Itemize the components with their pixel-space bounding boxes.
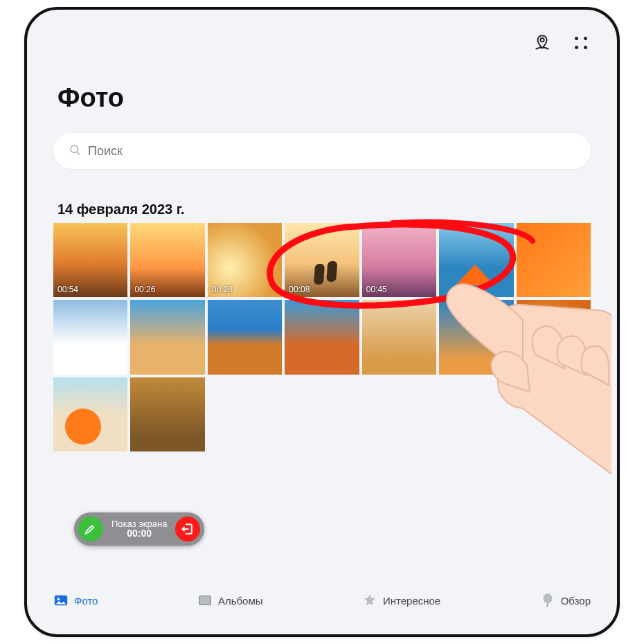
photo-tile[interactable] xyxy=(362,300,436,374)
albums-icon xyxy=(197,593,213,608)
search-input[interactable] xyxy=(88,144,575,159)
photo-tile[interactable] xyxy=(439,300,513,374)
video-duration: 00:54 xyxy=(57,285,78,294)
photo-tile[interactable] xyxy=(208,300,282,374)
map-pin-icon[interactable] xyxy=(531,32,553,54)
page-title: Фото xyxy=(57,83,124,113)
svg-rect-4 xyxy=(199,596,211,605)
photo-tile[interactable]: 00:08 xyxy=(285,223,359,297)
photo-tile[interactable] xyxy=(53,377,127,451)
screen-share-pill[interactable]: Показ экрана 00:00 xyxy=(74,512,204,546)
photo-tile[interactable]: 00:45 xyxy=(362,223,436,297)
balloon-icon xyxy=(540,593,555,608)
photo-tile[interactable] xyxy=(517,300,591,374)
photo-tile[interactable] xyxy=(130,377,204,451)
video-duration: 00:08 xyxy=(289,285,310,294)
tab-label: Фото xyxy=(74,595,98,607)
svg-point-3 xyxy=(57,598,60,600)
photo-tile[interactable] xyxy=(130,300,204,374)
video-duration: 00:28 xyxy=(212,285,233,294)
photo-tile[interactable] xyxy=(439,223,513,297)
tab-photos[interactable]: Фото xyxy=(53,593,98,608)
svg-point-1 xyxy=(71,145,78,153)
tab-highlights[interactable]: Интересное xyxy=(362,593,440,608)
tab-overview[interactable]: Обзор xyxy=(540,593,591,608)
tab-label: Альбомы xyxy=(218,595,263,607)
video-duration: 00:45 xyxy=(366,285,387,294)
star-icon xyxy=(362,593,377,608)
screen-share-label-group: Показ экрана 00:00 xyxy=(109,519,170,539)
photo-tile[interactable]: 00:54 xyxy=(53,223,127,297)
photo-grid: 00:54 00:26 00:28 00:08 00:45 xyxy=(53,223,591,451)
more-dots-icon[interactable] xyxy=(570,32,592,54)
search-icon xyxy=(69,143,88,159)
search-bar[interactable] xyxy=(53,133,591,169)
topbar xyxy=(531,32,592,54)
photo-tile[interactable]: 00:28 xyxy=(208,223,282,297)
screen-share-title: Показ экрана xyxy=(111,519,167,529)
screen-share-pen-button[interactable] xyxy=(78,517,103,542)
photo-tile[interactable]: 00:26 xyxy=(130,223,204,297)
screen: Фото 14 февраля 2023 г. 00:54 00:26 00:2… xyxy=(33,15,611,629)
photo-tile[interactable] xyxy=(53,300,127,374)
svg-point-0 xyxy=(540,38,544,42)
tab-albums[interactable]: Альбомы xyxy=(197,593,263,608)
photos-icon xyxy=(53,593,69,608)
bottom-tab-bar: Фото Альбомы Интересное Обзор xyxy=(53,584,591,616)
screen-share-exit-button[interactable] xyxy=(175,517,200,542)
section-date: 14 февраля 2023 г. xyxy=(57,202,185,217)
tablet-frame: Фото 14 февраля 2023 г. 00:54 00:26 00:2… xyxy=(24,7,620,637)
tab-label: Интересное xyxy=(383,595,440,607)
video-duration: 00:26 xyxy=(134,285,155,294)
screen-share-timer: 00:00 xyxy=(127,528,152,539)
tab-label: Обзор xyxy=(561,595,591,607)
photo-tile[interactable] xyxy=(285,300,359,374)
photo-tile[interactable] xyxy=(517,223,591,297)
svg-point-6 xyxy=(543,593,552,604)
